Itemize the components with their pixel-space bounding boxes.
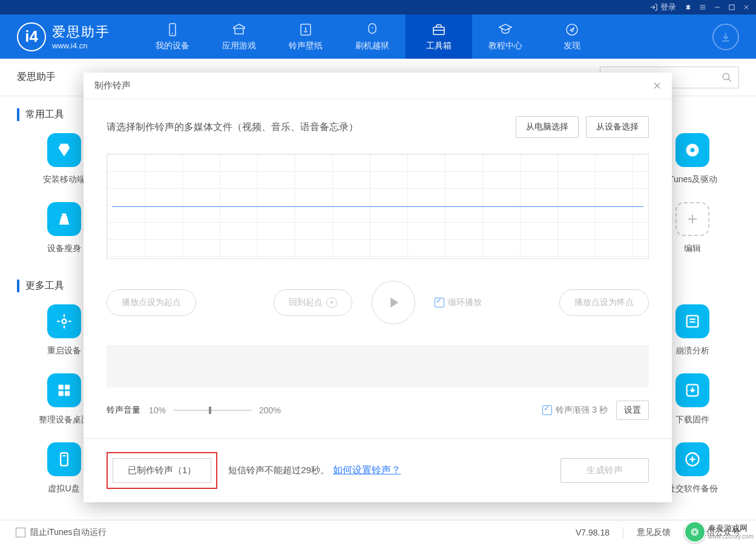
logo-title: 爱思助手 [52, 23, 110, 41]
preview-bar [107, 345, 649, 387]
from-pc-button[interactable]: 从电脑选择 [516, 116, 579, 138]
ringtone-modal: 制作铃声 × 请选择制作铃声的多媒体文件（视频、音乐、语音备忘录） 从电脑选择 … [84, 73, 672, 502]
loop-checkbox[interactable]: 循环播放 [435, 297, 482, 308]
checkbox-icon [542, 405, 552, 415]
svg-line-13 [728, 79, 731, 82]
set-start-button[interactable]: 播放点设为起点 [107, 289, 196, 316]
logo-url: www.i4.cn [52, 41, 110, 50]
svg-rect-26 [58, 385, 63, 390]
vol-max: 200% [259, 405, 281, 415]
minimize-icon[interactable] [710, 0, 725, 15]
sms-note: 短信铃声不能超过29秒。 [228, 465, 329, 476]
app-logo[interactable]: i4 爱思助手 www.i4.cn [0, 22, 127, 51]
svg-point-18 [62, 320, 66, 324]
svg-point-12 [723, 73, 729, 80]
highlight-box: 已制作铃声（1） [107, 452, 217, 489]
select-file-text: 请选择制作铃声的多媒体文件（视频、音乐、语音备忘录） [107, 121, 358, 134]
main-nav: 我的设备 应用游戏 铃声壁纸 刷机越狱 工具箱 教程中心 发现 [139, 15, 605, 59]
set-end-button[interactable]: 播放点设为终点 [559, 289, 649, 316]
fade-checkbox[interactable]: 铃声渐强 3 秒 [542, 405, 608, 416]
waveform-area[interactable] [107, 154, 649, 259]
svg-rect-7 [169, 24, 176, 36]
back-to-start-button[interactable]: 回到起点+ [274, 289, 352, 316]
download-button[interactable] [712, 24, 739, 50]
nav-apps[interactable]: 应用游戏 [206, 15, 272, 59]
watermark: ❂ 春蚕游戏网www.czcnxy.com [684, 521, 754, 543]
play-button[interactable] [372, 281, 415, 324]
svg-rect-31 [61, 453, 68, 466]
login-link[interactable]: 登录 [649, 2, 676, 13]
block-itunes-label: 阻止iTunes自动运行 [30, 527, 107, 538]
close-icon[interactable] [739, 0, 754, 15]
svg-rect-29 [65, 391, 70, 396]
plus-icon: + [326, 297, 337, 308]
title-bar: 登录 [0, 0, 756, 15]
svg-rect-27 [65, 385, 70, 390]
howto-link[interactable]: 如何设置铃声？ [333, 464, 401, 477]
made-ringtones-button[interactable]: 已制作铃声（1） [113, 458, 211, 483]
modal-title: 制作铃声 [94, 80, 131, 91]
search-icon [721, 72, 732, 83]
maximize-icon[interactable] [725, 0, 739, 15]
skin-icon[interactable] [681, 0, 695, 15]
svg-rect-10 [433, 27, 444, 34]
block-itunes-checkbox[interactable] [16, 528, 25, 537]
header: i4 爱思助手 www.i4.cn 我的设备 应用游戏 铃声壁纸 刷机越狱 工具… [0, 15, 756, 59]
svg-rect-28 [58, 391, 63, 396]
svg-point-11 [567, 24, 577, 35]
version-label: V7.98.18 [576, 528, 610, 537]
nav-toolbox[interactable]: 工具箱 [406, 15, 472, 59]
nav-flash[interactable]: 刷机越狱 [339, 15, 406, 59]
subbar-tab[interactable]: 爱思助手 [17, 71, 56, 84]
from-device-button[interactable]: 从设备选择 [586, 116, 649, 138]
volume-label: 铃声音量 [107, 405, 140, 416]
nav-tutorials[interactable]: 教程中心 [472, 15, 539, 59]
settings-button[interactable]: 设置 [616, 401, 649, 420]
logo-icon: i4 [17, 22, 46, 51]
feedback-link[interactable]: 意见反馈 [637, 527, 671, 538]
checkbox-icon [435, 298, 444, 307]
status-bar: 阻止iTunes自动运行 V7.98.18 意见反馈 微信公众号 [0, 520, 756, 544]
svg-point-15 [690, 148, 694, 152]
nav-my-device[interactable]: 我的设备 [139, 15, 206, 59]
svg-rect-4 [729, 5, 734, 10]
vol-min: 10% [149, 405, 166, 415]
nav-ringtones[interactable]: 铃声壁纸 [272, 15, 339, 59]
menu-icon[interactable] [695, 0, 710, 15]
watermark-icon: ❂ [684, 521, 706, 543]
generate-button[interactable]: 生成铃声 [560, 458, 649, 483]
nav-discover[interactable]: 发现 [539, 15, 605, 59]
volume-slider[interactable] [173, 410, 252, 411]
modal-close-button[interactable]: × [653, 78, 661, 94]
